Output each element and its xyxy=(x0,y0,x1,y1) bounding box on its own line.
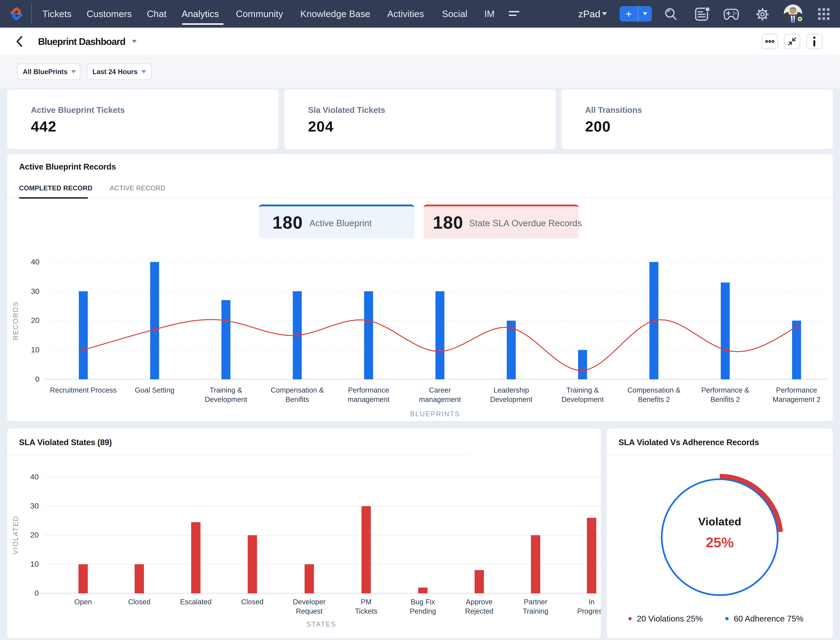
svg-text:Developer: Developer xyxy=(293,598,325,606)
svg-text:Leadership: Leadership xyxy=(494,386,529,394)
svg-text:Rejected: Rejected xyxy=(465,607,494,615)
svg-text:Closed: Closed xyxy=(241,598,264,606)
svg-text:Tickets: Tickets xyxy=(355,607,377,615)
svg-text:PM: PM xyxy=(361,598,372,606)
svg-text:Pending: Pending xyxy=(410,607,436,615)
svg-text:Performance &: Performance & xyxy=(701,386,749,394)
svg-text:20 Violations 25%: 20 Violations 25% xyxy=(637,614,703,623)
svg-text:Escalated: Escalated xyxy=(180,598,212,606)
svg-text:0: 0 xyxy=(35,375,40,383)
svg-text:Management 2: Management 2 xyxy=(773,395,821,403)
svg-text:Development: Development xyxy=(205,395,247,403)
svg-text:Bug Fix: Bug Fix xyxy=(411,598,435,606)
svg-text:10: 10 xyxy=(30,560,39,568)
svg-text:30: 30 xyxy=(30,501,39,510)
svg-text:In: In xyxy=(588,598,595,606)
svg-text:40: 40 xyxy=(31,258,40,266)
svg-text:Benifits 2: Benifits 2 xyxy=(710,395,740,403)
svg-text:10: 10 xyxy=(31,346,40,354)
svg-text:40: 40 xyxy=(30,472,39,481)
svg-text:0: 0 xyxy=(34,589,39,597)
svg-text:Development: Development xyxy=(561,395,604,403)
svg-text:Compensation &: Compensation & xyxy=(627,386,680,394)
svg-text:Training &: Training & xyxy=(210,386,242,394)
svg-text:Recruitment Process: Recruitment Process xyxy=(50,386,117,394)
svg-text:Progress: Progress xyxy=(577,607,601,615)
svg-text:Partner: Partner xyxy=(524,598,547,606)
svg-text:Goal Setting: Goal Setting xyxy=(135,386,174,394)
svg-text:Benefits 2: Benefits 2 xyxy=(638,395,670,403)
svg-text:20: 20 xyxy=(31,316,40,325)
svg-text:Training &: Training & xyxy=(566,386,599,394)
svg-text:Closed: Closed xyxy=(128,598,151,606)
svg-text:60 Adherence 75%: 60 Adherence 75% xyxy=(734,614,803,623)
svg-text:Approve: Approve xyxy=(466,598,493,606)
svg-text:20: 20 xyxy=(30,531,39,539)
svg-text:VIOLATED: VIOLATED xyxy=(12,515,19,554)
svg-text:management: management xyxy=(348,395,390,403)
svg-text:RECORDS: RECORDS xyxy=(12,301,19,340)
svg-text:Benifits: Benifits xyxy=(285,395,309,403)
svg-text:Development: Development xyxy=(490,395,532,403)
svg-text:Compensation &: Compensation & xyxy=(271,386,324,394)
svg-text:Violated: Violated xyxy=(698,515,741,528)
svg-text:Performance: Performance xyxy=(348,386,389,394)
svg-text:management: management xyxy=(419,395,461,403)
svg-text:Career: Career xyxy=(429,386,451,394)
svg-text:Request: Request xyxy=(296,607,323,615)
svg-text:BLUEPRINTS: BLUEPRINTS xyxy=(410,410,460,418)
svg-text:Training: Training xyxy=(523,607,548,615)
svg-text:30: 30 xyxy=(31,287,40,296)
svg-text:Performance: Performance xyxy=(776,386,817,394)
svg-text:STATES: STATES xyxy=(306,621,336,628)
svg-text:25%: 25% xyxy=(706,534,734,550)
svg-text:Open: Open xyxy=(74,598,92,606)
